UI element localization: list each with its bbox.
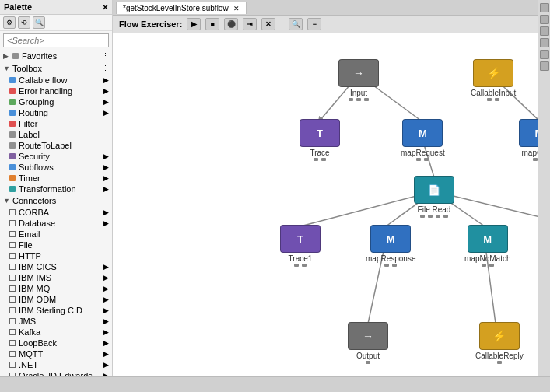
expand-grouping: ▶ [103, 98, 109, 106]
section-connectors[interactable]: ▼ Connectors [0, 194, 112, 207]
node-trace1[interactable]: T Trace1 [280, 225, 321, 267]
section-favorites[interactable]: ▶ Favorites ⋮ [0, 50, 112, 62]
port-fr-3 [436, 215, 440, 218]
right-btn-4[interactable] [540, 38, 549, 47]
node-label-trace1: Trace1 [289, 254, 313, 263]
tab-bar: *getStockLevelInStore.subflow ✕ [113, 0, 538, 16]
expand-ibm-odm: ▶ [103, 296, 109, 303]
item-loopback[interactable]: LoopBack ▶ [6, 338, 112, 348]
right-btn-2[interactable] [540, 15, 549, 24]
item-security[interactable]: Security ▶ [6, 151, 112, 162]
dot-ibm-ims [9, 275, 16, 281]
step-button[interactable]: ⇥ [243, 18, 257, 30]
expand-transformation: ▶ [103, 185, 109, 193]
item-corba[interactable]: CORBA ▶ [6, 207, 112, 218]
item-timer[interactable]: Timer ▶ [6, 173, 112, 184]
item-grouping[interactable]: Grouping ▶ [6, 96, 112, 107]
palette-search-input[interactable] [3, 33, 109, 47]
dot-ibm-sterling [9, 307, 16, 313]
node-output[interactable]: → Output [348, 322, 388, 364]
port-mresp-2 [392, 264, 397, 267]
node-trace[interactable]: T Trace [300, 119, 340, 161]
dot-favorites [12, 53, 19, 59]
item-subflows[interactable]: Subflows ▶ [6, 162, 112, 173]
node-file-read[interactable]: 📄 File Read [414, 176, 454, 218]
node-box-callable-reply: ⚡ [479, 322, 520, 350]
node-label-callable-reply: CallableReply [475, 352, 524, 360]
right-btn-3[interactable] [540, 26, 549, 36]
node-box-map-response: M [370, 225, 411, 253]
label-error-handling: Error handling [19, 86, 72, 96]
item-http[interactable]: HTTP [6, 250, 112, 261]
run-button[interactable]: ▶ [187, 18, 201, 30]
palette-tool-btn-1[interactable]: ⚙ [3, 16, 16, 29]
item-error-handling[interactable]: Error handling ▶ [6, 86, 112, 96]
clear-button[interactable]: ✕ [261, 18, 275, 30]
dot-email [9, 231, 16, 237]
node-icon-map-callin: M [535, 128, 538, 139]
item-ibm-ims[interactable]: IBM IMS ▶ [6, 272, 112, 283]
item-callable-flow[interactable]: Callable flow ▶ [6, 75, 112, 86]
item-label[interactable]: Label [6, 129, 112, 140]
flow-canvas[interactable]: → Input ⚡ CallableInput [113, 33, 538, 376]
node-ports-trace [314, 158, 326, 161]
expand-dotnet: ▶ [103, 361, 109, 369]
item-database[interactable]: Database ▶ [6, 218, 112, 229]
node-box-file-read: 📄 [414, 176, 454, 204]
item-ibm-cics[interactable]: IBM CICS ▶ [6, 261, 112, 272]
label-ibm-mq: IBM MQ [19, 284, 50, 293]
item-routing[interactable]: Routing ▶ [6, 107, 112, 118]
right-btn-6[interactable] [540, 61, 549, 71]
node-icon-input: → [353, 67, 364, 79]
item-filter[interactable]: Filter [6, 118, 112, 129]
item-ibm-mq[interactable]: IBM MQ ▶ [6, 283, 112, 294]
node-callable-reply[interactable]: ⚡ CallableReply [475, 322, 524, 364]
label-favorites: Favorites [22, 51, 102, 61]
label-ibm-cics: IBM CICS [19, 262, 57, 271]
section-toolbox[interactable]: ▼ Toolbox ⋮ [0, 62, 112, 75]
node-map-nomatch[interactable]: M mapNoMatch [464, 225, 510, 267]
right-btn-5[interactable] [540, 50, 549, 59]
port-mn-2 [489, 264, 494, 267]
item-ibm-odm[interactable]: IBM ODM ▶ [6, 294, 112, 305]
item-routetolabel[interactable]: RouteToLabel [6, 140, 112, 151]
item-transformation[interactable]: Transformation ▶ [6, 184, 112, 194]
tab-close-icon[interactable]: ✕ [233, 5, 240, 12]
port-cr-1 [497, 361, 502, 364]
right-btn-1[interactable] [540, 3, 549, 12]
node-input[interactable]: → Input [338, 59, 379, 101]
item-oracle-jd[interactable]: Oracle JD Edwards ▶ [6, 370, 112, 376]
zoom-in-button[interactable]: 🔍 [289, 18, 303, 30]
dot-timer [9, 175, 16, 181]
item-jms[interactable]: JMS ▶ [6, 316, 112, 327]
item-email[interactable]: Email [6, 229, 112, 240]
palette-tool-btn-3[interactable]: 🔍 [33, 16, 45, 29]
zoom-out-button[interactable]: − [307, 18, 321, 30]
item-mqtt[interactable]: MQTT ▶ [6, 348, 112, 359]
stop-button[interactable]: ■ [205, 18, 219, 30]
node-map-callin[interactable]: M mapCallIn [519, 119, 538, 161]
palette-header: Palette ✕ [0, 0, 112, 15]
dot-label [9, 131, 16, 138]
node-label-output: Output [356, 352, 380, 360]
node-label-map-request: mapRequest [401, 149, 445, 157]
palette-tool-btn-2[interactable]: ⟲ [18, 16, 30, 29]
item-ibm-sterling[interactable]: IBM Sterling C:D ▶ [6, 305, 112, 316]
dot-kafka [9, 329, 16, 335]
node-ports-map-nomatch [482, 264, 494, 267]
label-http: HTTP [19, 251, 41, 261]
node-map-request[interactable]: M mapRequest [401, 119, 445, 161]
label-grouping: Grouping [19, 97, 54, 107]
node-callable-input[interactable]: ⚡ CallableInput [471, 59, 516, 101]
node-map-response[interactable]: M mapResponse [366, 225, 415, 267]
record-button[interactable]: ⚫ [224, 18, 238, 30]
node-icon-callable-reply: ⚡ [492, 330, 506, 342]
dot-callable-flow [9, 77, 16, 83]
flow-tab[interactable]: *getStockLevelInStore.subflow ✕ [116, 2, 247, 14]
item-dotnet[interactable]: .NET ▶ [6, 359, 112, 370]
node-ports-map-request [416, 158, 429, 161]
item-kafka[interactable]: Kafka ▶ [6, 327, 112, 338]
item-file[interactable]: File [6, 240, 112, 250]
palette-close-icon[interactable]: ✕ [102, 3, 108, 12]
expand-ibm-ims: ▶ [103, 274, 109, 282]
